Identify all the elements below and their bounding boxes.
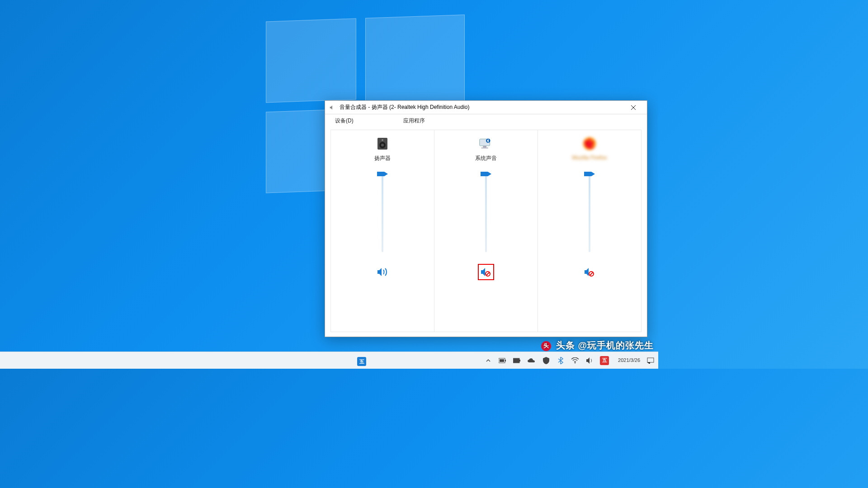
- svg-rect-18: [519, 360, 520, 361]
- section-labels: 设备(D) 应用程序: [325, 117, 647, 128]
- close-button[interactable]: [623, 101, 643, 114]
- svg-rect-17: [513, 358, 519, 363]
- volume-slider-system-sounds[interactable]: [477, 171, 495, 257]
- volume-slider-firefox[interactable]: [580, 171, 599, 257]
- system-tray: 五 2021/3/26: [484, 356, 655, 365]
- power-icon[interactable]: [513, 357, 521, 365]
- tray-overflow-chevron-icon[interactable]: [484, 357, 492, 365]
- mixer-columns: 扬声器 系统声音 M: [330, 130, 642, 332]
- app-name-firefox: Mozilla Firefox: [572, 155, 607, 161]
- watermark-text: 头 头条 @玩手机的张先生: [541, 339, 654, 352]
- bluetooth-icon[interactable]: [557, 357, 565, 365]
- window-title: 音量合成器 - 扬声器 (2- Realtek High Definition …: [340, 103, 469, 111]
- volume-mixer-window: 音量合成器 - 扬声器 (2- Realtek High Definition …: [325, 100, 647, 337]
- wifi-icon[interactable]: [571, 357, 579, 365]
- onedrive-icon[interactable]: [528, 357, 536, 365]
- taskbar-ime-pinned[interactable]: 五: [357, 357, 366, 366]
- speaker-device-icon[interactable]: [374, 136, 391, 152]
- taskbar-date: 2021/3/26: [618, 357, 640, 363]
- svg-rect-6: [481, 148, 488, 149]
- ime-badge-icon[interactable]: 五: [357, 357, 366, 366]
- notifications-icon[interactable]: [646, 357, 655, 365]
- taskbar[interactable]: 五 五 2021/3/26: [0, 352, 658, 369]
- svg-point-3: [382, 139, 383, 141]
- device-name: 扬声器: [374, 155, 391, 161]
- watermark-prefix: 头条: [556, 340, 575, 350]
- volume-tray-icon[interactable]: [585, 357, 594, 365]
- titlebar[interactable]: 音量合成器 - 扬声器 (2- Realtek High Definition …: [325, 101, 647, 114]
- apps-section-label: 应用程序: [403, 117, 425, 128]
- watermark-badge-icon: 头: [541, 341, 551, 351]
- svg-point-2: [381, 144, 384, 146]
- ime-tray-icon[interactable]: 五: [600, 356, 609, 365]
- mute-button-speaker[interactable]: [374, 264, 391, 280]
- app-name-system-sounds: 系统声音: [475, 155, 497, 161]
- svg-point-19: [575, 362, 576, 363]
- device-column-speaker: 扬声器: [330, 130, 434, 332]
- svg-rect-20: [647, 358, 654, 362]
- app-column-firefox: Mozilla Firefox: [538, 130, 642, 332]
- volume-slider-speaker[interactable]: [373, 171, 392, 257]
- app-column-system-sounds: 系统声音: [434, 130, 538, 332]
- mute-button-system-sounds[interactable]: [478, 264, 494, 280]
- watermark-handle: @玩手机的张先生: [578, 340, 654, 350]
- device-section-label: 设备(D): [335, 117, 354, 128]
- system-sounds-icon[interactable]: [478, 136, 494, 152]
- svg-rect-16: [500, 359, 504, 362]
- battery-icon[interactable]: [499, 357, 507, 365]
- security-icon[interactable]: [542, 357, 550, 365]
- firefox-icon[interactable]: [581, 136, 598, 152]
- mute-button-firefox[interactable]: [581, 264, 598, 280]
- svg-line-13: [590, 272, 593, 275]
- taskbar-clock[interactable]: 2021/3/26: [618, 357, 640, 363]
- svg-rect-5: [483, 146, 486, 148]
- speaker-icon: [329, 104, 336, 111]
- svg-line-9: [486, 272, 489, 275]
- svg-rect-15: [505, 360, 506, 361]
